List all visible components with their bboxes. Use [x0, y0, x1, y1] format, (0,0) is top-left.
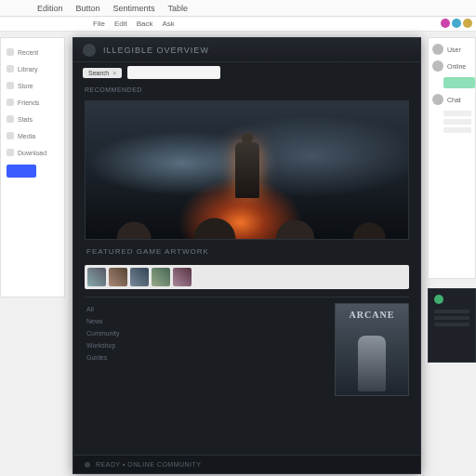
- user-row[interactable]: Online: [432, 60, 471, 72]
- status-badge: [443, 77, 475, 88]
- status-text: Ready • Online Community: [96, 461, 202, 468]
- status-dot-icon: [434, 295, 443, 304]
- terminal-line: [434, 323, 469, 326]
- sidebar-item[interactable]: Media: [7, 129, 59, 142]
- terminal-line: [434, 310, 469, 313]
- listing-row[interactable]: Community: [85, 327, 327, 339]
- main-window: Illegible Overview Search× Recommended F…: [73, 37, 421, 474]
- character-figure: [235, 142, 259, 198]
- avatar-icon: [432, 94, 443, 105]
- left-sidebar: Recent Library Store Friends Stats Media…: [0, 37, 65, 298]
- close-icon[interactable]: ×: [112, 70, 116, 76]
- side-card-figure: [358, 336, 386, 391]
- side-card[interactable]: ARCANE: [335, 303, 409, 396]
- thumbnail[interactable]: [173, 268, 192, 286]
- menu-item[interactable]: Table: [168, 4, 189, 13]
- menu-item[interactable]: Edition: [37, 4, 63, 13]
- primary-button[interactable]: [7, 165, 36, 178]
- placeholder-line: [443, 127, 471, 133]
- avatar-icon[interactable]: [463, 19, 472, 28]
- sidebar-item[interactable]: Friends: [7, 96, 59, 109]
- toolbar-item[interactable]: Ask: [162, 20, 174, 28]
- app-icon: [83, 44, 96, 57]
- sidebar-item[interactable]: Stats: [7, 112, 59, 126]
- breadcrumb-bar: Search×: [73, 62, 420, 83]
- avatar-icon: [432, 60, 443, 72]
- listing-row[interactable]: Workshop: [85, 339, 327, 351]
- hero-artwork[interactable]: [85, 100, 409, 240]
- right-sidebar: User Online Chat: [428, 37, 476, 279]
- avatar-cluster: [441, 19, 472, 28]
- foreground-rocks: [86, 202, 408, 239]
- window-titlebar: Illegible Overview: [73, 38, 420, 62]
- right-terminal: [428, 288, 476, 363]
- sidebar-item[interactable]: Download: [7, 146, 59, 159]
- listing-row[interactable]: Guides: [85, 351, 327, 364]
- avatar-icon[interactable]: [441, 19, 450, 28]
- thumbnail[interactable]: [152, 268, 170, 286]
- listing-row[interactable]: News: [85, 315, 327, 327]
- toolbar-item[interactable]: Back: [137, 20, 153, 28]
- status-bar: Ready • Online Community: [73, 455, 420, 473]
- avatar-icon[interactable]: [452, 19, 461, 28]
- listing-header: All: [85, 303, 327, 315]
- menu-item[interactable]: Button: [76, 4, 100, 13]
- user-row[interactable]: Chat: [432, 94, 471, 105]
- thumbnail-strip: [85, 265, 409, 289]
- toolbar-item[interactable]: Edit: [114, 20, 127, 28]
- sidebar-item[interactable]: Library: [7, 62, 59, 75]
- hero-caption: Featured Game Artwork: [73, 240, 420, 265]
- avatar-icon: [432, 44, 443, 55]
- menu-item[interactable]: Sentiments: [113, 4, 155, 13]
- section-label: Recommended: [73, 83, 420, 100]
- toolbar-item[interactable]: File: [93, 20, 105, 28]
- placeholder-line: [443, 111, 471, 116]
- side-card-logo: ARCANE: [350, 310, 395, 320]
- status-dot-icon: [85, 462, 90, 468]
- search-chip[interactable]: Search×: [83, 68, 122, 78]
- search-input[interactable]: [127, 66, 220, 79]
- thumbnail[interactable]: [87, 268, 106, 286]
- sidebar-item[interactable]: Store: [7, 79, 59, 92]
- terminal-line: [434, 316, 469, 320]
- thumbnail[interactable]: [130, 268, 149, 286]
- listing-area: All News Community Workshop Guides ARCAN…: [85, 297, 409, 396]
- placeholder-line: [443, 119, 471, 125]
- window-title: Illegible Overview: [103, 46, 209, 55]
- user-row[interactable]: User: [432, 44, 471, 55]
- thumbnail[interactable]: [109, 268, 127, 286]
- toolbar: File Edit Back Ask: [0, 17, 476, 32]
- sidebar-item[interactable]: Recent: [7, 46, 59, 59]
- menubar: Edition Button Sentiments Table: [0, 0, 476, 17]
